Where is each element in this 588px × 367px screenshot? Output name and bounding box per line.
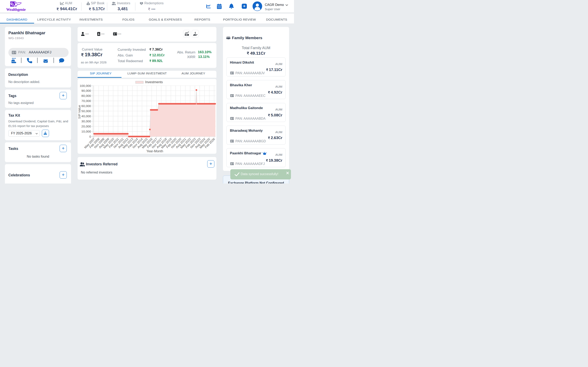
- svg-text:10,000: 10,000: [81, 130, 91, 133]
- svg-text:100,000: 100,000: [80, 84, 91, 87]
- svg-text:SIP Value: SIP Value: [78, 105, 81, 119]
- svg-text:0: 0: [89, 135, 91, 138]
- svg-text:40,000: 40,000: [81, 114, 91, 118]
- svg-text:20,000: 20,000: [81, 125, 91, 128]
- svg-text:80,000: 80,000: [81, 94, 91, 98]
- svg-text:Year-Month: Year-Month: [146, 150, 163, 153]
- svg-text:90,000: 90,000: [81, 89, 91, 92]
- svg-text:50,000: 50,000: [81, 109, 91, 113]
- svg-text:60,000: 60,000: [81, 104, 91, 108]
- svg-text:30,000: 30,000: [81, 119, 91, 123]
- svg-text:70,000: 70,000: [81, 99, 91, 103]
